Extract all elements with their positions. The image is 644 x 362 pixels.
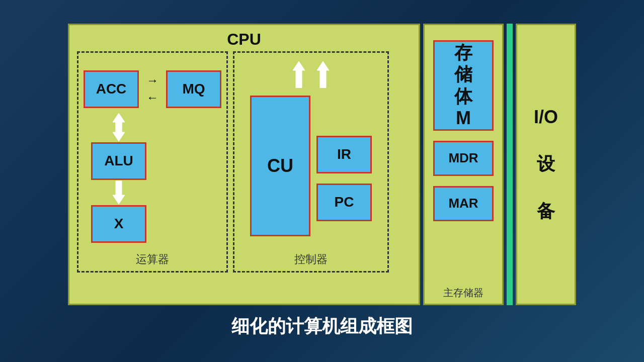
cpu-label: CPU [77,30,411,49]
bottom-title: 细化的计算机组成框图 [231,314,413,339]
arrow-down-icon [112,180,126,205]
arrow-right-icon [146,73,158,87]
alu-section: ACC MQ [77,51,228,273]
cpu-box: CPU ACC MQ [68,24,420,305]
ir-box: IR [316,136,372,173]
acc-mq-row: ACC MQ [84,70,221,108]
acc-column: ALU X [91,112,146,243]
storage-label: 存储体M [454,42,472,129]
horiz-arrows [146,70,158,108]
arrow-left-icon [146,90,158,105]
cu-section-label: 控制器 [234,252,387,267]
double-arrow-icon [109,112,129,142]
diagram-row: CPU ACC MQ [68,24,576,305]
svg-marker-4 [317,61,329,88]
mar-box: MAR [433,186,494,221]
cu-arrow-up-1-icon [292,60,306,88]
alu-box: ALU [91,142,146,180]
memory-label: 主存储器 [425,286,502,300]
cu-right-side: IR PC [316,136,372,221]
svg-marker-3 [293,61,305,88]
pc-box: PC [316,184,372,221]
svg-marker-1 [113,122,125,141]
accent-bar [507,24,513,305]
cpu-inner: ACC MQ [77,51,411,273]
cu-top-arrows [242,60,380,88]
acc-box: ACC [84,70,139,108]
io-box: I/O设备 [516,24,576,305]
cu-section: CU IR PC 控制器 [233,51,389,273]
mdr-box: MDR [433,141,494,176]
cu-big-box: CU [250,96,310,236]
cu-arrow-up-2-icon [316,60,330,88]
memory-storage-box: 存储体M [433,40,494,131]
alu-section-label: 运算器 [78,252,226,267]
x-box: X [91,205,146,243]
io-label: I/O设备 [534,106,558,223]
svg-marker-2 [113,181,125,204]
memory-box: 存储体M MDR MAR 主存储器 [423,24,504,305]
main-container: CPU ACC MQ [20,24,624,339]
mq-box: MQ [166,70,221,108]
